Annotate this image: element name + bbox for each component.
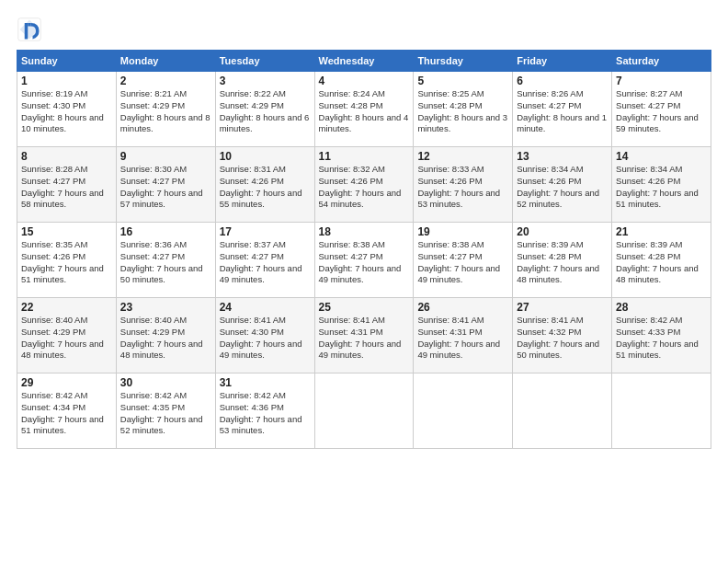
sunrise-label: Sunrise: 8:25 AM (417, 88, 483, 98)
daylight-label: Daylight: 7 hours and 51 minutes. (616, 339, 699, 361)
day-number: 31 (220, 376, 311, 389)
calendar-day-cell: 20 Sunrise: 8:39 AM Sunset: 4:28 PM Dayl… (513, 223, 612, 298)
sunset-label: Sunset: 4:30 PM (220, 327, 284, 337)
weekday-header: Saturday (612, 51, 711, 72)
sunset-label: Sunset: 4:27 PM (120, 251, 185, 261)
sunrise-label: Sunrise: 8:30 AM (120, 164, 187, 174)
weekday-row: SundayMondayTuesdayWednesdayThursdayFrid… (17, 51, 711, 72)
calendar-day-cell: 2 Sunrise: 8:21 AM Sunset: 4:29 PM Dayli… (116, 72, 215, 147)
daylight-label: Daylight: 7 hours and 48 minutes. (21, 339, 104, 361)
sunrise-label: Sunrise: 8:27 AM (616, 88, 682, 98)
day-info: Sunrise: 8:36 AM Sunset: 4:27 PM Dayligh… (120, 239, 211, 286)
daylight-label: Daylight: 7 hours and 59 minutes. (616, 112, 699, 134)
sunset-label: Sunset: 4:33 PM (616, 327, 680, 337)
daylight-label: Daylight: 7 hours and 49 minutes. (319, 339, 402, 361)
calendar-week-row: 8 Sunrise: 8:28 AM Sunset: 4:27 PM Dayli… (17, 147, 711, 223)
calendar-day-cell: 8 Sunrise: 8:28 AM Sunset: 4:27 PM Dayli… (17, 147, 117, 223)
calendar-day-cell: 17 Sunrise: 8:37 AM Sunset: 4:27 PM Dayl… (215, 223, 314, 298)
daylight-label: Daylight: 7 hours and 58 minutes. (21, 188, 104, 210)
day-number: 6 (517, 75, 608, 87)
day-info: Sunrise: 8:22 AM Sunset: 4:29 PM Dayligh… (220, 88, 311, 135)
sunset-label: Sunset: 4:28 PM (517, 251, 581, 261)
day-info: Sunrise: 8:25 AM Sunset: 4:28 PM Dayligh… (417, 88, 508, 135)
day-number: 20 (517, 225, 608, 238)
calendar: SundayMondayTuesdayWednesdayThursdayFrid… (17, 50, 711, 449)
sunrise-label: Sunrise: 8:38 AM (319, 239, 385, 249)
sunset-label: Sunset: 4:27 PM (616, 100, 680, 110)
day-info: Sunrise: 8:42 AM Sunset: 4:34 PM Dayligh… (21, 390, 112, 437)
day-info: Sunrise: 8:30 AM Sunset: 4:27 PM Dayligh… (120, 164, 211, 211)
day-info: Sunrise: 8:31 AM Sunset: 4:26 PM Dayligh… (220, 164, 311, 211)
day-number: 15 (21, 225, 112, 238)
daylight-label: Daylight: 7 hours and 51 minutes. (616, 188, 699, 210)
daylight-label: Daylight: 7 hours and 48 minutes. (120, 339, 203, 361)
sunset-label: Sunset: 4:27 PM (220, 251, 284, 261)
day-number: 30 (120, 376, 211, 389)
sunrise-label: Sunrise: 8:39 AM (517, 239, 583, 249)
daylight-label: Daylight: 7 hours and 52 minutes. (517, 188, 599, 210)
day-info: Sunrise: 8:42 AM Sunset: 4:35 PM Dayligh… (120, 390, 211, 437)
calendar-day-cell: 23 Sunrise: 8:40 AM Sunset: 4:29 PM Dayl… (116, 298, 215, 373)
calendar-day-cell: 9 Sunrise: 8:30 AM Sunset: 4:27 PM Dayli… (116, 147, 215, 223)
daylight-label: Daylight: 7 hours and 51 minutes. (21, 414, 104, 436)
calendar-day-cell: 22 Sunrise: 8:40 AM Sunset: 4:29 PM Dayl… (17, 298, 117, 373)
sunrise-label: Sunrise: 8:42 AM (616, 315, 682, 325)
weekday-header: Wednesday (314, 51, 414, 72)
calendar-day-cell: 15 Sunrise: 8:35 AM Sunset: 4:26 PM Dayl… (17, 223, 117, 298)
daylight-label: Daylight: 7 hours and 53 minutes. (220, 414, 302, 436)
day-number: 26 (417, 301, 508, 314)
sunset-label: Sunset: 4:27 PM (120, 176, 185, 186)
sunrise-label: Sunrise: 8:32 AM (319, 164, 385, 174)
weekday-header: Tuesday (215, 51, 314, 72)
day-number: 22 (21, 301, 112, 314)
sunset-label: Sunset: 4:31 PM (319, 327, 383, 337)
sunset-label: Sunset: 4:30 PM (21, 100, 85, 110)
calendar-day-cell: 6 Sunrise: 8:26 AM Sunset: 4:27 PM Dayli… (513, 72, 612, 147)
day-number: 10 (220, 150, 311, 163)
day-number: 21 (616, 225, 707, 238)
day-info: Sunrise: 8:42 AM Sunset: 4:36 PM Dayligh… (220, 390, 311, 437)
day-number: 2 (120, 75, 211, 87)
calendar-body: 1 Sunrise: 8:19 AM Sunset: 4:30 PM Dayli… (17, 72, 711, 449)
daylight-label: Daylight: 7 hours and 50 minutes. (517, 339, 599, 361)
sunset-label: Sunset: 4:26 PM (417, 176, 482, 186)
day-number: 3 (220, 75, 311, 87)
daylight-label: Daylight: 7 hours and 52 minutes. (120, 414, 203, 436)
sunset-label: Sunset: 4:26 PM (319, 176, 383, 186)
daylight-label: Daylight: 8 hours and 3 minutes. (417, 112, 507, 134)
sunset-label: Sunset: 4:26 PM (517, 176, 581, 186)
calendar-day-cell (513, 373, 612, 449)
calendar-day-cell: 5 Sunrise: 8:25 AM Sunset: 4:28 PM Dayli… (414, 72, 513, 147)
daylight-label: Daylight: 7 hours and 49 minutes. (220, 339, 302, 361)
sunrise-label: Sunrise: 8:41 AM (319, 315, 385, 325)
day-info: Sunrise: 8:42 AM Sunset: 4:33 PM Dayligh… (616, 315, 707, 362)
sunrise-label: Sunrise: 8:19 AM (21, 88, 87, 98)
day-number: 9 (120, 150, 211, 163)
calendar-week-row: 22 Sunrise: 8:40 AM Sunset: 4:29 PM Dayl… (17, 298, 711, 373)
daylight-label: Daylight: 8 hours and 6 minutes. (220, 112, 310, 134)
sunrise-label: Sunrise: 8:41 AM (220, 315, 286, 325)
sunset-label: Sunset: 4:26 PM (220, 176, 284, 186)
day-number: 12 (417, 150, 508, 163)
sunrise-label: Sunrise: 8:42 AM (120, 390, 187, 400)
daylight-label: Daylight: 7 hours and 49 minutes. (220, 263, 302, 285)
sunset-label: Sunset: 4:28 PM (616, 251, 680, 261)
sunrise-label: Sunrise: 8:35 AM (21, 239, 87, 249)
sunrise-label: Sunrise: 8:41 AM (417, 315, 483, 325)
day-info: Sunrise: 8:39 AM Sunset: 4:28 PM Dayligh… (616, 239, 707, 286)
daylight-label: Daylight: 8 hours and 1 minute. (517, 112, 607, 134)
day-number: 5 (417, 75, 508, 87)
day-info: Sunrise: 8:41 AM Sunset: 4:32 PM Dayligh… (517, 315, 608, 362)
day-number: 29 (21, 376, 112, 389)
day-number: 16 (120, 225, 211, 238)
calendar-day-cell (314, 373, 414, 449)
weekday-header: Monday (116, 51, 215, 72)
calendar-day-cell: 4 Sunrise: 8:24 AM Sunset: 4:28 PM Dayli… (314, 72, 414, 147)
day-info: Sunrise: 8:35 AM Sunset: 4:26 PM Dayligh… (21, 239, 112, 286)
sunrise-label: Sunrise: 8:33 AM (417, 164, 483, 174)
calendar-day-cell: 7 Sunrise: 8:27 AM Sunset: 4:27 PM Dayli… (612, 72, 711, 147)
header (17, 17, 711, 42)
day-number: 19 (417, 225, 508, 238)
sunset-label: Sunset: 4:28 PM (319, 100, 383, 110)
calendar-day-cell: 11 Sunrise: 8:32 AM Sunset: 4:26 PM Dayl… (314, 147, 414, 223)
